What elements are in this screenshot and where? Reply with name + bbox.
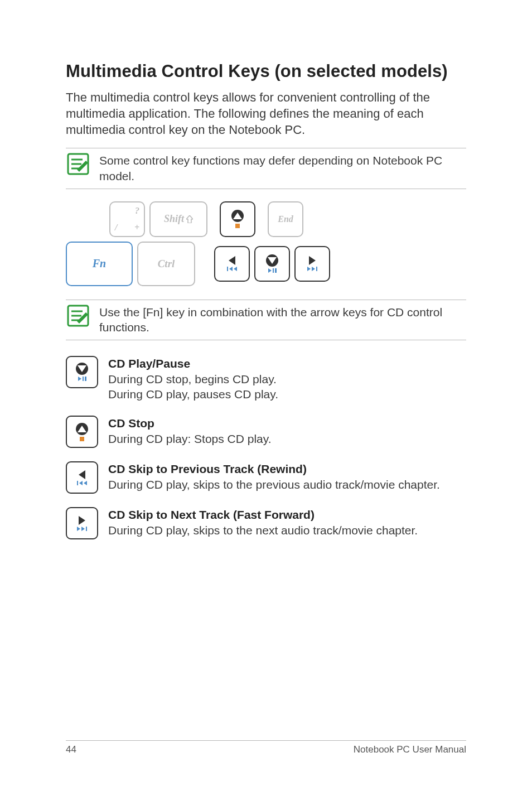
note-block-1: Some control key functions may defer dep…: [66, 148, 466, 189]
key-icon-stop: [66, 416, 98, 448]
def-prev: CD Skip to Previous Track (Rewind) Durin…: [66, 461, 466, 494]
key-icon-play: [66, 356, 98, 388]
left-arrow-icon: [79, 470, 85, 479]
key-arrow-up-stop: [220, 201, 255, 237]
stop-icon-circle: [76, 423, 88, 435]
key-ctrl-label: Ctrl: [158, 258, 175, 270]
stop-icon: [80, 437, 84, 441]
play-icon-circle: [266, 254, 278, 267]
play-icon-circle: [76, 363, 88, 375]
def-prev-line1: During CD play, skips to the previous au…: [108, 477, 440, 493]
prev-track-icon: [227, 267, 238, 271]
key-shift: Shift: [149, 201, 207, 237]
key-fn-label: Fn: [93, 257, 106, 270]
key-shift-label: Shift: [164, 213, 184, 225]
left-arrow-icon: [229, 256, 235, 265]
def-stop: CD Stop During CD play: Stops CD play.: [66, 416, 466, 448]
key-slash-top: ?: [115, 206, 139, 216]
key-fn: Fn: [66, 242, 133, 286]
page-footer: 44 Notebook PC User Manual: [66, 740, 466, 755]
play-pause-icon: [78, 377, 86, 381]
key-slash-bl: /: [115, 223, 117, 233]
manual-title: Notebook PC User Manual: [354, 744, 466, 755]
key-arrow-right-next: [294, 246, 330, 282]
key-ctrl: Ctrl: [137, 242, 195, 286]
def-play-line2: During CD play, pauses CD play.: [108, 387, 278, 402]
def-next: CD Skip to Next Track (Fast Forward) Dur…: [66, 507, 466, 539]
section-heading: Multimedia Control Keys (on selected mod…: [66, 61, 466, 81]
note-text-2: Use the [Fn] key in combination with the…: [99, 303, 466, 335]
definitions-list: CD Play/Pause During CD stop, begins CD …: [66, 356, 466, 539]
def-play-line1: During CD stop, begins CD play.: [108, 372, 278, 387]
key-slash-br: +: [134, 223, 139, 233]
note-icon: [66, 152, 99, 176]
def-next-line1: During CD play, skips to the next audio …: [108, 523, 418, 538]
prev-track-icon: [77, 481, 88, 485]
note-text-1: Some control key functions may defer dep…: [99, 152, 466, 184]
def-play-title: CD Play/Pause: [108, 356, 278, 372]
note-block-2: Use the [Fn] key in combination with the…: [66, 300, 466, 340]
key-slash: ? / +: [109, 201, 145, 237]
next-track-icon: [307, 267, 318, 271]
intro-paragraph: The multimedia control keys allows for c…: [66, 89, 466, 138]
key-diagram: ? / + Shift End: [66, 201, 466, 286]
key-icon-prev: [66, 461, 98, 494]
right-arrow-icon: [309, 256, 316, 265]
play-pause-icon: [268, 268, 277, 273]
key-end-label: End: [278, 214, 293, 224]
def-stop-line1: During CD play: Stops CD play.: [108, 431, 272, 447]
right-arrow-icon: [79, 516, 85, 525]
def-prev-title: CD Skip to Previous Track (Rewind): [108, 461, 440, 477]
def-stop-title: CD Stop: [108, 416, 272, 431]
key-arrow-left-prev: [214, 246, 250, 282]
def-next-title: CD Skip to Next Track (Fast Forward): [108, 507, 418, 523]
next-track-icon: [77, 527, 88, 531]
key-icon-next: [66, 507, 98, 539]
def-play-pause: CD Play/Pause During CD stop, begins CD …: [66, 356, 466, 402]
stop-icon: [235, 224, 240, 228]
stop-icon-circle: [231, 210, 244, 222]
key-end: End: [268, 201, 303, 237]
page-number: 44: [66, 744, 76, 755]
key-arrow-down-play: [254, 246, 290, 282]
note-icon: [66, 303, 99, 328]
